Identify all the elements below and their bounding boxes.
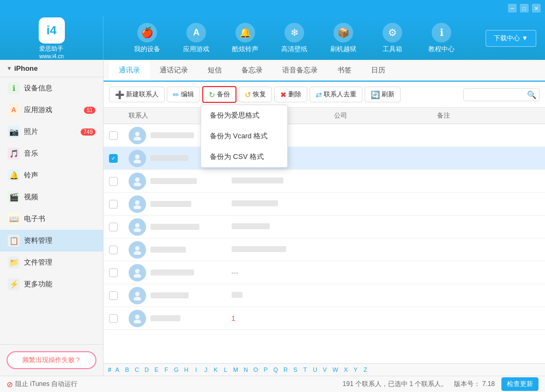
- alpha-letter[interactable]: V: [321, 366, 329, 373]
- edit-btn[interactable]: ✏ 编辑: [167, 87, 200, 102]
- sidebar-item-data-mgmt[interactable]: 📋 资料管理: [0, 230, 103, 252]
- row-checkbox[interactable]: [109, 177, 129, 186]
- row-checkbox[interactable]: [109, 200, 129, 209]
- row-checkbox[interactable]: [109, 291, 129, 300]
- alpha-letter[interactable]: T: [301, 366, 309, 373]
- alpha-letter[interactable]: C: [133, 366, 141, 373]
- checkbox[interactable]: [109, 268, 118, 277]
- tab-contacts[interactable]: 通讯录: [109, 60, 150, 82]
- sidebar-item-ringtones[interactable]: 🔔 铃声: [0, 164, 103, 186]
- svg-point-3: [134, 160, 141, 163]
- alpha-letter[interactable]: R: [282, 366, 289, 373]
- tab-bookmarks[interactable]: 书签: [328, 60, 361, 82]
- refresh-btn[interactable]: 🔄 刷新: [365, 87, 401, 102]
- row-checkbox[interactable]: [109, 268, 129, 277]
- nav-wallpaper[interactable]: ❄ 高清壁纸: [270, 16, 319, 60]
- close-btn[interactable]: ✕: [532, 4, 541, 13]
- alpha-letter[interactable]: P: [262, 366, 269, 373]
- update-btn[interactable]: 检查更新: [501, 377, 538, 391]
- alpha-letter[interactable]: D: [143, 366, 150, 373]
- alpha-letter[interactable]: Z: [361, 366, 369, 373]
- stop-itunes-icon[interactable]: ⊘: [7, 380, 13, 389]
- checkbox[interactable]: [109, 223, 118, 231]
- alpha-letter[interactable]: W: [331, 366, 340, 373]
- apps-badge: 51: [84, 107, 95, 114]
- nav-jailbreak[interactable]: 📦 刷机越狱: [319, 16, 368, 60]
- sidebar-item-ebooks[interactable]: 📖 电子书: [0, 208, 103, 230]
- nav-toolbox[interactable]: ⚙ 工具箱: [368, 16, 417, 60]
- contact-row[interactable]: 1: [104, 307, 545, 330]
- alpha-letter[interactable]: N: [242, 366, 250, 373]
- checkbox[interactable]: [109, 200, 118, 209]
- delete-btn[interactable]: ✖ 删除: [274, 87, 307, 102]
- sidebar-item-file-mgmt[interactable]: 📁 文件管理: [0, 252, 103, 273]
- maximize-btn[interactable]: □: [520, 4, 529, 13]
- alpha-letter[interactable]: L: [222, 366, 229, 373]
- checkbox[interactable]: [109, 291, 118, 300]
- sidebar-item-more[interactable]: ⚡ 更多功能: [0, 273, 103, 295]
- tab-memo[interactable]: 备忘录: [232, 60, 272, 82]
- contact-row[interactable]: [104, 284, 545, 307]
- tab-calendar[interactable]: 日历: [361, 60, 395, 82]
- tab-call-log[interactable]: 通话记录: [150, 60, 198, 82]
- checkbox[interactable]: ✓: [109, 154, 118, 163]
- row-checkbox[interactable]: [109, 246, 129, 254]
- search-input[interactable]: [467, 91, 527, 99]
- alpha-letter[interactable]: J: [202, 366, 210, 373]
- search-box[interactable]: 🔍: [463, 88, 540, 101]
- backup-btn[interactable]: ↻ 备份: [202, 86, 237, 103]
- sidebar-item-apps[interactable]: A 应用游戏 51: [0, 99, 103, 121]
- nav-my-device[interactable]: 🍎 我的设备: [123, 16, 172, 60]
- tab-voice-memo[interactable]: 语音备忘录: [272, 60, 328, 82]
- row-checkbox[interactable]: [109, 314, 129, 323]
- alpha-letter[interactable]: M: [232, 366, 240, 373]
- row-checkbox[interactable]: [109, 131, 129, 140]
- alpha-letter[interactable]: X: [342, 366, 349, 373]
- contact-row[interactable]: [104, 238, 545, 261]
- alpha-letter[interactable]: U: [311, 366, 319, 373]
- backup-aisou-item[interactable]: 备份为爱思格式: [201, 105, 287, 126]
- contact-row[interactable]: ✓: [104, 147, 545, 170]
- checkbox[interactable]: [109, 314, 118, 323]
- sidebar-item-music[interactable]: 🎵 音乐: [0, 143, 103, 164]
- nav-app-game[interactable]: A 应用游戏: [172, 16, 221, 60]
- alpha-letter[interactable]: F: [162, 366, 170, 373]
- freq-btn[interactable]: 频繁出现操作失败？: [7, 351, 96, 369]
- alpha-letter[interactable]: Y: [352, 366, 359, 373]
- sidebar-item-device-info[interactable]: ℹ 设备信息: [0, 77, 103, 99]
- alpha-hash[interactable]: #: [108, 366, 111, 373]
- tab-sms[interactable]: 短信: [198, 60, 232, 82]
- sidebar-item-videos[interactable]: 🎬 视频: [0, 186, 103, 208]
- alpha-letter[interactable]: I: [192, 366, 200, 373]
- sidebar-item-photos[interactable]: 📷 照片 749: [0, 121, 103, 143]
- alpha-letter[interactable]: G: [172, 366, 180, 373]
- contact-row[interactable]: [104, 193, 545, 216]
- contact-row[interactable]: ---: [104, 261, 545, 284]
- contact-row[interactable]: [104, 170, 545, 193]
- backup-csv-item[interactable]: 备份为 CSV 格式: [201, 146, 287, 167]
- contact-row[interactable]: [104, 216, 545, 238]
- restore-btn[interactable]: ↺ 恢复: [239, 87, 272, 102]
- device-header: ▼ iPhone: [0, 60, 103, 77]
- row-checkbox[interactable]: ✓: [109, 154, 129, 163]
- nav-ringtone[interactable]: 🔔 酷炫铃声: [221, 16, 270, 60]
- contact-row[interactable]: [104, 124, 545, 147]
- alpha-letter[interactable]: S: [292, 366, 299, 373]
- checkbox[interactable]: [109, 246, 118, 254]
- alpha-letter[interactable]: Q: [271, 366, 280, 373]
- alpha-letter[interactable]: E: [153, 366, 160, 373]
- backup-vcard-item[interactable]: 备份为 Vcard 格式: [201, 126, 287, 146]
- new-contact-btn[interactable]: ➕ 新建联系人: [109, 87, 165, 102]
- checkbox[interactable]: [109, 131, 118, 140]
- checkbox[interactable]: [109, 177, 118, 186]
- minimize-btn[interactable]: ─: [508, 4, 517, 13]
- dedup-btn[interactable]: ⇄ 联系人去重: [310, 87, 362, 102]
- alpha-letter[interactable]: O: [252, 366, 260, 373]
- alpha-letter[interactable]: B: [123, 366, 131, 373]
- download-btn[interactable]: 下载中心 ▼: [486, 30, 536, 47]
- row-checkbox[interactable]: [109, 223, 129, 231]
- nav-tutorial[interactable]: ℹ 教程中心: [417, 16, 466, 60]
- alpha-letter[interactable]: H: [183, 366, 190, 373]
- alpha-letter[interactable]: K: [212, 366, 220, 373]
- alpha-letter[interactable]: A: [113, 366, 121, 373]
